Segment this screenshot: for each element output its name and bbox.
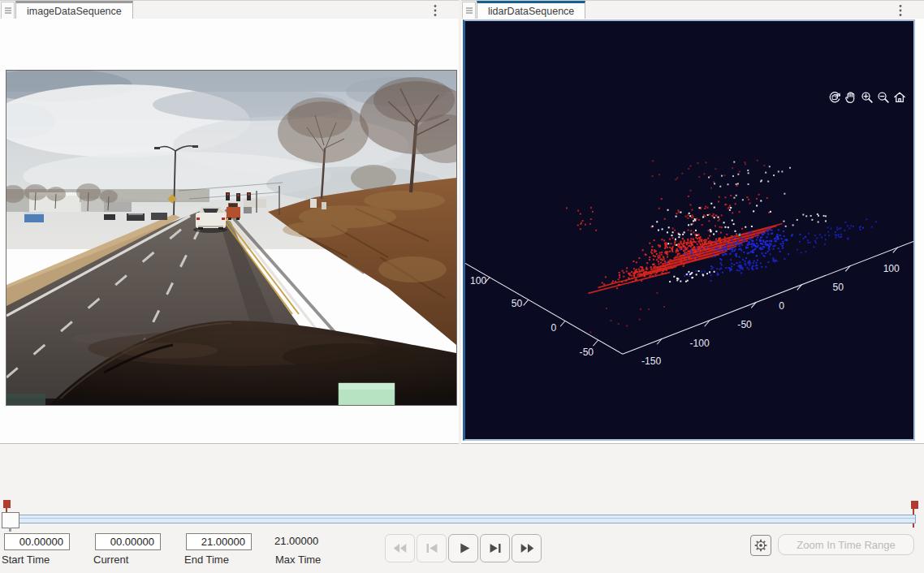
lidar-panel: lidarDataSequence 100500-50-150-100-5005…	[461, 0, 924, 444]
current-time-input[interactable]	[95, 533, 161, 550]
step-forward-button[interactable]	[480, 534, 510, 562]
play-button[interactable]	[448, 534, 478, 562]
image-panel-tabbar: imageDataSequence	[0, 0, 459, 20]
playback-panel: 21.00000 Start Time Current End Time Max…	[0, 444, 924, 573]
svg-text:100: 100	[883, 263, 900, 274]
lidar-panel-menu-button[interactable]	[895, 3, 906, 18]
image-panel: imageDataSequence	[0, 0, 459, 444]
start-time-input[interactable]	[4, 533, 70, 550]
start-time-label: Start Time	[2, 554, 50, 566]
max-time-value: 21.00000	[274, 535, 318, 547]
tab-label: lidarDataSequence	[488, 6, 574, 17]
svg-text:-50: -50	[580, 347, 594, 358]
timeline-slider-thumb[interactable]	[2, 512, 19, 528]
lidar-panel-tabbar: lidarDataSequence	[461, 0, 924, 20]
rewind-icon	[391, 542, 409, 554]
current-time-label: Current	[93, 554, 128, 566]
pan-icon[interactable]	[843, 89, 859, 106]
svg-text:-50: -50	[737, 319, 752, 330]
step-back-button[interactable]	[417, 534, 447, 562]
home-icon[interactable]	[892, 89, 908, 106]
fast-forward-icon	[518, 542, 536, 554]
zoom-in-time-range-button[interactable]: Zoom In Time Range	[778, 534, 914, 555]
lidar-panel-grip[interactable]	[462, 2, 476, 19]
time-range-settings-button[interactable]	[750, 535, 771, 556]
svg-text:50: 50	[832, 282, 844, 293]
end-time-label: End Time	[184, 554, 229, 566]
svg-text:0: 0	[779, 300, 784, 312]
lidar-panel-content: 100500-50-150-100-50050100	[461, 19, 924, 443]
zoom-out-icon[interactable]	[875, 89, 892, 106]
tab-lidarDataSequence[interactable]: lidarDataSequence	[477, 1, 585, 20]
svg-text:50: 50	[512, 298, 523, 309]
rotate-3d-icon[interactable]	[827, 89, 843, 106]
lidar-frame: 100500-50-150-100-50050100	[463, 19, 915, 441]
tab-label: imageDataSequence	[27, 6, 122, 17]
grip-icon	[464, 6, 474, 15]
svg-text:100: 100	[470, 275, 486, 286]
rewind-button[interactable]	[385, 534, 415, 562]
play-icon	[455, 542, 473, 554]
fast-forward-button[interactable]	[512, 534, 542, 562]
step-forward-icon	[486, 542, 504, 554]
image-panel-content	[0, 19, 459, 443]
tab-imageDataSequence[interactable]: imageDataSequence	[15, 1, 133, 20]
svg-text:0: 0	[551, 322, 557, 334]
kebab-icon	[899, 4, 902, 17]
lidar-plot[interactable]: 100500-50-150-100-50050100	[465, 21, 913, 439]
max-time-label: Max Time	[275, 554, 321, 566]
timeline-track[interactable]	[2, 515, 916, 523]
image-panel-grip[interactable]	[1, 2, 15, 19]
image-panel-menu-button[interactable]	[430, 3, 441, 18]
zoom-in-icon[interactable]	[859, 89, 875, 106]
timeline-slider-pointer	[9, 528, 11, 532]
gear-icon	[753, 537, 769, 554]
lidar-toolbar	[827, 89, 908, 106]
windshield-sticker	[339, 383, 395, 405]
camera-image[interactable]	[6, 70, 457, 406]
step-back-icon	[423, 542, 441, 554]
kebab-icon	[434, 4, 437, 17]
end-time-input[interactable]	[186, 533, 252, 550]
svg-text:-150: -150	[641, 355, 662, 367]
timeline-start-flag[interactable]	[3, 500, 11, 508]
svg-text:-100: -100	[690, 338, 710, 349]
timeline-track-line	[2, 518, 915, 519]
timeline-end-flag[interactable]	[911, 501, 918, 509]
app-window: imageDataSequence	[0, 0, 924, 573]
grip-icon	[3, 6, 13, 15]
